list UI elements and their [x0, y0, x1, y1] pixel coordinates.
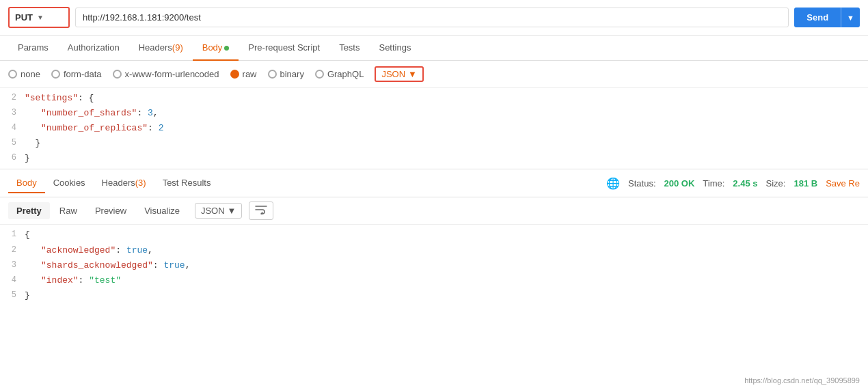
body-types: none form-data x-www-form-urlencoded raw… — [0, 61, 868, 88]
code-line-req-6: 6 } — [0, 151, 868, 166]
code-line-resp-5: 5 } — [0, 288, 868, 303]
code-line-resp-3: 3 "shards_acknowledged": true, — [0, 258, 868, 273]
request-body-editor[interactable]: 2 "settings": { 3 "number_of_shards": 3,… — [0, 88, 868, 169]
url-bar: PUT ▼ Send ▼ — [0, 0, 868, 36]
radio-circle-raw — [230, 70, 239, 79]
code-line-req-5: 5 } — [0, 136, 868, 151]
globe-icon: 🌐 — [606, 177, 620, 190]
radio-circle-urlencoded — [113, 70, 122, 79]
resp-json-format-dropdown[interactable]: JSON ▼ — [195, 203, 243, 219]
request-tabs: Params Authorization Headers(9) Body Pre… — [0, 36, 868, 61]
radio-urlencoded[interactable]: x-www-form-urlencoded — [113, 69, 219, 79]
wrap-icon — [255, 205, 267, 214]
response-view-tabs: Pretty Raw Preview Visualize JSON ▼ — [0, 197, 868, 225]
radio-circle-binary — [268, 70, 277, 79]
response-body-editor: 1 { 2 "acknowledged": true, 3 "shards_ac… — [0, 225, 868, 307]
tab-body[interactable]: Body — [193, 36, 239, 61]
code-line-resp-2: 2 "acknowledged": true, — [0, 243, 868, 258]
resp-json-chevron-icon: ▼ — [228, 206, 236, 216]
body-dot — [224, 46, 229, 51]
radio-binary[interactable]: binary — [268, 69, 304, 79]
json-chevron-icon: ▼ — [408, 69, 417, 79]
tab-params[interactable]: Params — [8, 36, 58, 61]
code-line-req-4: 4 "number_of_replicas": 2 — [0, 121, 868, 136]
radio-none[interactable]: none — [8, 69, 40, 79]
tab-pre-request[interactable]: Pre-request Script — [239, 36, 329, 61]
tab-tests[interactable]: Tests — [329, 36, 369, 61]
view-tab-raw[interactable]: Raw — [51, 202, 85, 219]
save-response-button[interactable]: Save Re — [826, 178, 860, 189]
tab-headers[interactable]: Headers(9) — [129, 36, 193, 61]
status-value: 200 OK — [664, 178, 695, 189]
send-dropdown-button[interactable]: ▼ — [841, 8, 860, 27]
view-tab-pretty[interactable]: Pretty — [8, 202, 50, 219]
radio-circle-none — [8, 70, 17, 79]
method-select[interactable]: PUT ▼ — [8, 7, 70, 28]
radio-circle-graphql — [315, 70, 324, 79]
code-line-req-3: 3 "number_of_shards": 3, — [0, 106, 868, 121]
response-status-area: 🌐 Status: 200 OK Time: 2.45 s Size: 181 … — [606, 177, 860, 190]
view-tab-visualize[interactable]: Visualize — [136, 202, 188, 219]
url-input[interactable] — [75, 8, 789, 27]
radio-graphql[interactable]: GraphQL — [315, 69, 364, 79]
json-format-dropdown[interactable]: JSON ▼ — [375, 66, 424, 82]
tab-settings[interactable]: Settings — [369, 36, 420, 61]
wrap-button[interactable] — [249, 201, 273, 220]
response-tabs-bar: Body Cookies Headers(3) Test Results 🌐 S… — [0, 169, 868, 197]
size-value: 181 B — [794, 178, 817, 189]
radio-circle-form-data — [51, 70, 60, 79]
time-value: 2.45 s — [733, 178, 757, 189]
code-line-resp-4: 4 "index": "test" — [0, 273, 868, 288]
resp-tab-cookies[interactable]: Cookies — [45, 173, 94, 193]
resp-tab-test-results[interactable]: Test Results — [154, 173, 219, 193]
radio-raw[interactable]: raw — [230, 69, 257, 79]
code-line-resp-1: 1 { — [0, 227, 868, 242]
method-chevron-icon: ▼ — [37, 14, 44, 21]
view-tab-preview[interactable]: Preview — [87, 202, 135, 219]
send-group: Send ▼ — [794, 8, 860, 27]
send-button[interactable]: Send — [794, 8, 841, 27]
method-value: PUT — [15, 12, 33, 23]
tab-authorization[interactable]: Authorization — [58, 36, 129, 61]
radio-form-data[interactable]: form-data — [51, 69, 102, 79]
resp-tab-headers[interactable]: Headers(3) — [94, 173, 154, 193]
code-line-req-2: 2 "settings": { — [0, 91, 868, 106]
resp-tab-body[interactable]: Body — [8, 173, 45, 193]
